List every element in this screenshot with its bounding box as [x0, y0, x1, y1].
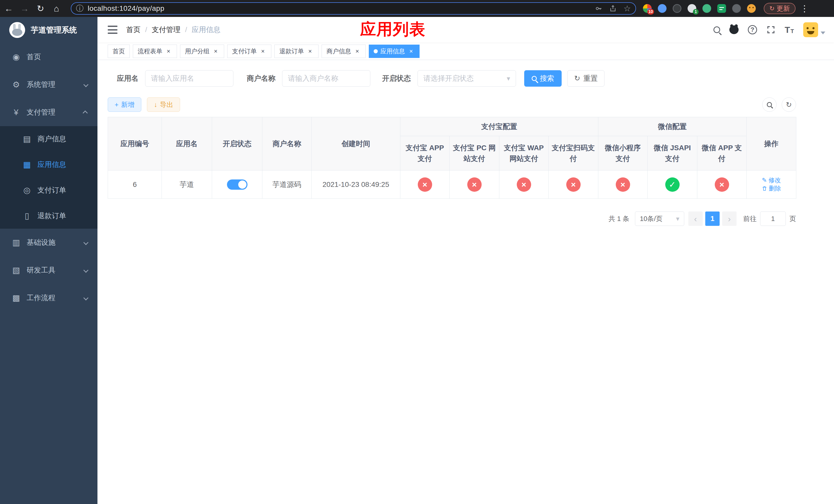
tab-label: 商户信息: [327, 47, 351, 55]
tab-refund-order[interactable]: 退款订单 ×: [275, 45, 319, 58]
sidebar-item-pay-order[interactable]: ◎ 支付订单: [0, 177, 97, 203]
share-icon[interactable]: [609, 5, 617, 12]
extension-notes-icon[interactable]: [716, 3, 727, 14]
merchant-name-input[interactable]: [282, 70, 370, 87]
browser-forward-icon[interactable]: →: [19, 3, 30, 14]
breadcrumb-home[interactable]: 首页: [126, 25, 140, 35]
page-annotation-title: 应用列表: [360, 19, 426, 40]
sidebar-menu: ◉ 首页 ⚙ 系统管理 ¥ 支付管理 ▤ 商户信息 ▦ 应用信息: [0, 43, 97, 312]
tab-home[interactable]: 首页: [108, 45, 130, 58]
sidebar-item-app-info[interactable]: ▦ 应用信息: [0, 152, 97, 177]
extension-drop-icon[interactable]: [657, 3, 668, 14]
reset-button[interactable]: ↻ 重置: [567, 70, 605, 87]
browser-menu-dots-icon[interactable]: ⋮: [800, 3, 809, 14]
tab-label: 退款订单: [279, 47, 304, 55]
extension-dark-icon[interactable]: [672, 3, 683, 14]
sidebar-item-home[interactable]: ◉ 首页: [0, 43, 97, 71]
app-frame: 芋道管理系统 ◉ 首页 ⚙ 系统管理 ¥ 支付管理 ▤ 商户信息: [0, 17, 834, 504]
github-icon[interactable]: [729, 25, 739, 34]
breadcrumb-payment[interactable]: 支付管理: [152, 25, 180, 35]
user-caret-icon: [821, 31, 825, 35]
prev-page-button[interactable]: ‹: [688, 211, 703, 226]
chrome-update-button[interactable]: ↻ 更新: [764, 3, 795, 14]
delete-link[interactable]: 删除: [762, 184, 781, 192]
sidebar: 芋道管理系统 ◉ 首页 ⚙ 系统管理 ¥ 支付管理 ▤ 商户信息: [0, 17, 97, 504]
extension-badge: 10: [647, 9, 654, 15]
user-menu[interactable]: [803, 22, 825, 37]
tab-user-group[interactable]: 用户分组 ×: [180, 45, 224, 58]
cell-wechat-mini: ×: [598, 170, 648, 199]
extension-avatar-icon[interactable]: 1: [686, 3, 698, 14]
export-button[interactable]: ↓ 导出: [147, 97, 180, 112]
status-toggle[interactable]: [227, 180, 247, 190]
page-content: 应用名 商户名称 开启状态 请选择开启状态 ▾ 搜索 ↻ 重置: [97, 60, 834, 504]
status-select-placeholder: 请选择开启状态: [423, 74, 474, 83]
extension-face-icon[interactable]: [746, 3, 757, 14]
sidebar-item-refund-order[interactable]: ▯ 退款订单: [0, 203, 97, 229]
tab-pay-order[interactable]: 支付订单 ×: [227, 45, 271, 58]
search-button[interactable]: 搜索: [524, 70, 562, 87]
avatar: [803, 22, 818, 37]
tab-label: 首页: [113, 47, 125, 55]
help-icon[interactable]: ?: [748, 25, 757, 35]
address-bar[interactable]: ⓘ localhost:1024/pay/app ☆: [71, 2, 636, 15]
fullscreen-icon[interactable]: [766, 25, 775, 35]
tab-label: 支付订单: [232, 47, 257, 55]
browser-refresh-icon[interactable]: ↻: [35, 3, 46, 14]
tab-app-info[interactable]: 应用信息 ×: [369, 45, 420, 58]
box-icon: ▩: [10, 293, 22, 303]
trash-icon: [762, 186, 767, 191]
page-size-select[interactable]: 10条/页 ▾: [635, 211, 684, 226]
sidebar-item-infra[interactable]: ▥ 基础设施: [0, 229, 97, 256]
extension-pin-icon[interactable]: [731, 3, 742, 14]
extension-vue-icon[interactable]: [701, 3, 712, 14]
export-button-label: 导出: [160, 100, 173, 109]
sidebar-item-dev-tools[interactable]: ▧ 研发工具: [0, 256, 97, 284]
bookmark-star-icon[interactable]: ☆: [623, 4, 631, 13]
cross-status-icon: ×: [418, 177, 432, 192]
sidebar-item-label: 应用信息: [38, 160, 66, 169]
refresh-table-button[interactable]: ↻: [782, 97, 796, 112]
tab-process-form[interactable]: 流程表单 ×: [133, 45, 177, 58]
sidebar-item-system[interactable]: ⚙ 系统管理: [0, 71, 97, 98]
col-create-time: 创建时间: [312, 117, 400, 170]
sidebar-item-label: 首页: [27, 52, 41, 62]
extension-generic-icon[interactable]: 10: [642, 3, 653, 14]
status-select[interactable]: 请选择开启状态 ▾: [418, 70, 516, 87]
next-page-button[interactable]: ›: [722, 211, 737, 226]
close-icon[interactable]: ×: [259, 48, 266, 55]
close-icon[interactable]: ×: [212, 48, 219, 55]
app-name-input[interactable]: [145, 70, 233, 87]
tab-label: 应用信息: [380, 47, 405, 55]
update-refresh-icon: ↻: [769, 5, 774, 12]
close-icon[interactable]: ×: [408, 48, 415, 55]
plus-icon: +: [115, 101, 118, 108]
page-number-1[interactable]: 1: [705, 211, 720, 226]
col-wechat-app: 微信 APP 支付: [697, 136, 747, 170]
close-icon[interactable]: ×: [165, 48, 172, 55]
browser-home-icon[interactable]: ⌂: [51, 3, 62, 14]
app-logo[interactable]: 芋道管理系统: [0, 17, 97, 43]
close-icon[interactable]: ×: [354, 48, 361, 55]
close-icon[interactable]: ×: [306, 48, 314, 55]
password-key-icon[interactable]: [595, 5, 602, 12]
edit-icon: ✎: [762, 177, 767, 184]
check-status-icon: ✓: [665, 177, 680, 192]
font-size-icon[interactable]: T T: [785, 25, 794, 34]
site-info-icon[interactable]: ⓘ: [76, 3, 84, 14]
sidebar-item-merchant-info[interactable]: ▤ 商户信息: [0, 126, 97, 152]
goto-page-input[interactable]: [760, 211, 786, 226]
sidebar-item-payment[interactable]: ¥ 支付管理: [0, 98, 97, 126]
sidebar-toggle-icon[interactable]: [108, 26, 117, 34]
add-button-label: 新增: [121, 100, 134, 109]
edit-link[interactable]: ✎ 修改: [762, 176, 781, 184]
sidebar-item-label: 研发工具: [27, 265, 56, 275]
header-search-icon[interactable]: [714, 26, 720, 33]
tab-merchant-info[interactable]: 商户信息 ×: [322, 45, 366, 58]
sidebar-item-workflow[interactable]: ▩ 工作流程: [0, 284, 97, 312]
monitor-icon: ▥: [10, 238, 22, 247]
cell-actions: ✎ 修改 删除: [747, 170, 796, 199]
browser-back-icon[interactable]: ←: [3, 3, 14, 14]
toggle-search-button[interactable]: [762, 97, 776, 112]
add-button[interactable]: + 新增: [108, 97, 141, 112]
